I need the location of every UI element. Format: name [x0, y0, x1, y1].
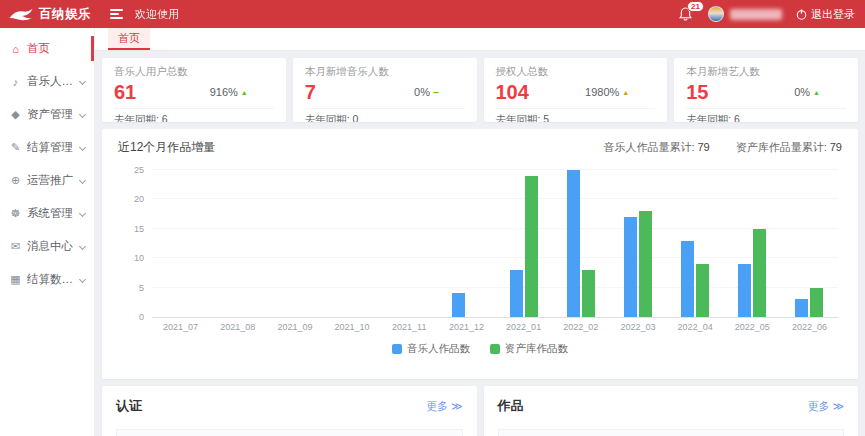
- brand-bird-icon: [8, 7, 34, 22]
- bottom-panel-row: 认证 更多 ≫ 作品 更多 ≫: [102, 386, 858, 436]
- bar-group-2021_11: [381, 170, 438, 317]
- chevron-down-icon: [79, 111, 86, 118]
- sidebar-item-home[interactable]: ⌂首页: [0, 32, 94, 65]
- home-icon: ⌂: [9, 43, 22, 55]
- notifications-button[interactable]: 21: [679, 7, 692, 21]
- brand[interactable]: 百纳娱乐: [8, 6, 96, 23]
- stat-value: 15: [686, 80, 708, 104]
- asset-works-bar: [753, 229, 766, 317]
- y-axis-tick: 25: [134, 165, 144, 175]
- asset-works-bar: [639, 211, 652, 317]
- settlement-icon: ✎: [9, 141, 22, 154]
- top-header: 百纳娱乐 欢迎使用 21 退出登录: [0, 0, 865, 28]
- bar-group-2021_10: [324, 170, 381, 317]
- certification-panel: 认证 更多 ≫: [102, 386, 477, 436]
- trend-icon: ▲: [241, 89, 248, 96]
- notification-badge: 21: [687, 1, 704, 12]
- x-axis-tick: 2021_10: [324, 322, 381, 332]
- legend-label: 音乐人作品数: [407, 342, 470, 356]
- x-axis-tick: 2022_02: [552, 322, 609, 332]
- y-axis-tick: 15: [134, 224, 144, 234]
- brand-name: 百纳娱乐: [39, 6, 91, 23]
- table-header-truncated: [116, 429, 463, 436]
- sidebar-item-operation[interactable]: ⊕运营推广: [0, 164, 94, 197]
- chart-plot-area: 0510152025: [152, 170, 838, 318]
- bar-group-2022_03: [609, 170, 666, 317]
- stat-title: 授权人总数: [496, 65, 656, 79]
- asset-works-bar: [696, 264, 709, 317]
- x-axis-tick: 2021_08: [209, 322, 266, 332]
- sidebar-item-label: 结算数据统计: [27, 272, 75, 287]
- musician-works-bar: [567, 170, 580, 317]
- asset-works-total: 资产库作品量累计:79: [736, 140, 842, 155]
- sidebar-item-musician[interactable]: ♪音乐人管理: [0, 65, 94, 98]
- x-axis-tick: 2022_05: [724, 322, 781, 332]
- stat-card-row: 音乐人用户总数 61 916%▲ 去年同期: 6 本月新增音乐人数 7 0%– …: [102, 58, 858, 122]
- stat-card-total-musicians: 音乐人用户总数 61 916%▲ 去年同期: 6: [102, 58, 286, 122]
- operation-icon: ⊕: [9, 174, 22, 187]
- username-redacted: [730, 9, 782, 20]
- stat-card-total-licensors: 授权人总数 104 1980%▲ 去年同期: 5: [484, 58, 668, 122]
- panel-title: 认证: [116, 397, 142, 415]
- stat-value: 7: [305, 80, 316, 104]
- bar-group-2022_01: [495, 170, 552, 317]
- y-axis-tick: 20: [134, 194, 144, 204]
- stat-title: 本月新增艺人数: [686, 65, 846, 79]
- stat-footer: 去年同期: 0: [305, 108, 465, 122]
- sidebar-item-stats[interactable]: ▦结算数据统计: [0, 263, 94, 296]
- x-axis-tick: 2021_07: [152, 322, 209, 332]
- musician-works-bar: [624, 217, 637, 317]
- legend-item-musician-works[interactable]: 音乐人作品数: [392, 342, 470, 356]
- trend-icon: ▲: [813, 89, 820, 96]
- sidebar-item-label: 结算管理: [27, 140, 75, 155]
- chevron-down-icon: [79, 243, 86, 250]
- x-axis-tick: 2022_01: [495, 322, 552, 332]
- logout-label: 退出登录: [811, 7, 855, 22]
- asset-works-bar: [582, 270, 595, 317]
- y-axis-tick: 5: [139, 283, 144, 293]
- table-header-truncated: [498, 429, 845, 436]
- asset-icon: ◆: [9, 108, 22, 121]
- x-axis-tick: 2022_04: [667, 322, 724, 332]
- sidebar: ⌂首页♪音乐人管理◆资产管理✎结算管理⊕运营推广☸系统管理✉消息中心▦结算数据统…: [0, 28, 95, 436]
- musician-works-bar: [681, 241, 694, 317]
- stat-percent: 0%: [414, 86, 430, 98]
- legend-swatch: [392, 344, 402, 354]
- chevron-down-icon: [79, 177, 86, 184]
- trend-icon: ▲: [622, 89, 629, 96]
- bar-groups: [152, 170, 838, 317]
- musician-works-bar: [795, 299, 808, 317]
- welcome-text: 欢迎使用: [135, 7, 179, 22]
- bar-group-2022_05: [724, 170, 781, 317]
- bar-group-2021_12: [438, 170, 495, 317]
- tab-bar: 首页: [95, 28, 865, 51]
- trend-icon: –: [433, 89, 439, 96]
- stat-value: 61: [114, 80, 136, 104]
- logout-button[interactable]: 退出登录: [796, 7, 855, 22]
- legend-item-asset-works[interactable]: 资产库作品数: [490, 342, 568, 356]
- chevron-down-icon: [79, 78, 86, 85]
- more-link[interactable]: 更多 ≫: [807, 399, 844, 414]
- asset-works-bar: [810, 288, 823, 317]
- sidebar-item-label: 消息中心: [27, 239, 75, 254]
- y-axis-tick: 0: [139, 312, 144, 322]
- x-axis-tick: 2021_11: [381, 322, 438, 332]
- sidebar-item-asset[interactable]: ◆资产管理: [0, 98, 94, 131]
- chart-x-axis: 2021_072021_082021_092021_102021_112021_…: [152, 322, 838, 332]
- tab-home[interactable]: 首页: [108, 28, 150, 50]
- x-axis-tick: 2021_12: [438, 322, 495, 332]
- more-link[interactable]: 更多 ≫: [426, 399, 463, 414]
- bar-group-2021_07: [152, 170, 209, 317]
- stat-percent: 916%: [210, 86, 238, 98]
- sidebar-item-settlement[interactable]: ✎结算管理: [0, 131, 94, 164]
- stat-title: 音乐人用户总数: [114, 65, 274, 79]
- sidebar-item-message[interactable]: ✉消息中心: [0, 230, 94, 263]
- musician-icon: ♪: [9, 76, 22, 88]
- stat-footer: 去年同期: 5: [496, 108, 656, 122]
- avatar[interactable]: [708, 6, 724, 22]
- musician-works-total: 音乐人作品量累计:79: [603, 140, 709, 155]
- sidebar-item-system[interactable]: ☸系统管理: [0, 197, 94, 230]
- stat-card-new-artists: 本月新增艺人数 15 0%▲ 去年同期: 6: [674, 58, 858, 122]
- chart-legend: 音乐人作品数资产库作品数: [118, 342, 842, 356]
- sidebar-collapse-icon[interactable]: [110, 9, 123, 19]
